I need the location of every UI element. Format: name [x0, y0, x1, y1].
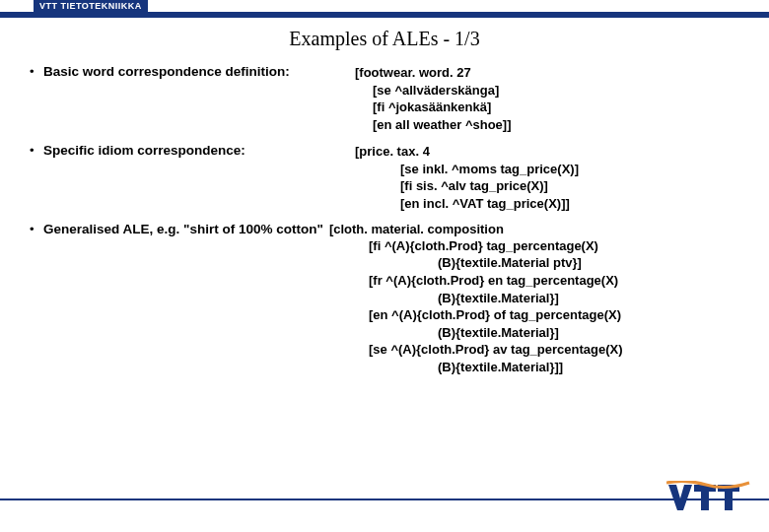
bullet-text: Specific idiom correspondence:	[43, 143, 245, 158]
content-area: • Basic word correspondence definition: …	[0, 64, 769, 375]
example-block-1: [footwear. word. 27 [se ^allväderskänga]…	[355, 64, 749, 133]
bullet-marker: •	[30, 222, 43, 236]
bullet-col: • Specific idiom correspondence:	[30, 143, 355, 158]
code-line: [se ^allväderskänga]	[355, 82, 749, 100]
vtt-logo	[666, 481, 751, 520]
code-line: [footwear. word. 27	[355, 64, 749, 82]
example-block-3: [fi ^(A){cloth.Prod} tag_percentage(X) (…	[30, 220, 749, 375]
code-line: (B){textile.Material}]	[369, 324, 749, 342]
row-generalised-ale: • Generalised ALE, e.g. "shirt of 100% c…	[30, 222, 749, 375]
footer-divider	[0, 499, 769, 500]
bullet-col: • Basic word correspondence definition:	[30, 64, 355, 79]
slide-title: Examples of ALEs - 1/3	[0, 28, 769, 50]
code-line: [cloth. material. composition	[329, 222, 504, 236]
code-line: [fi ^jokasäänkenkä]	[355, 99, 749, 116]
code-line: [se ^(A){cloth.Prod} av tag_percentage(X…	[369, 341, 749, 359]
bullet-col: • Generalised ALE, e.g. "shirt of 100% c…	[30, 222, 323, 236]
code-line: (B){textile.Material ptv}]	[369, 254, 749, 272]
bullet-text: Generalised ALE, e.g. "shirt of 100% cot…	[43, 222, 323, 236]
code-line: [en all weather ^shoe]]	[355, 116, 749, 134]
code-line: [en incl. ^VAT tag_price(X)]]	[355, 195, 749, 213]
code-line: (B){textile.Material}]	[369, 290, 749, 307]
top-bar: VTT TIETOTEKNIIKKA	[0, 0, 769, 18]
row-basic-word: • Basic word correspondence definition: …	[30, 64, 749, 133]
bullet-text: Basic word correspondence definition:	[43, 64, 290, 79]
row-specific-idiom: • Specific idiom correspondence: [price.…	[30, 143, 749, 212]
code-line: [fi ^(A){cloth.Prod} tag_percentage(X)	[369, 237, 749, 255]
code-line: [en ^(A){cloth.Prod} of tag_percentage(X…	[369, 306, 749, 324]
bullet-marker: •	[30, 143, 43, 158]
bullet-marker: •	[30, 64, 43, 79]
code-line: [fr ^(A){cloth.Prod} en tag_percentage(X…	[369, 272, 749, 290]
example-block-2: [price. tax. 4 [se inkl. ^moms tag_price…	[355, 143, 749, 212]
code-line: [se inkl. ^moms tag_price(X)]	[355, 161, 749, 178]
code-line: [price. tax. 4	[355, 143, 749, 161]
code-line: (B){textile.Material}]]	[369, 359, 749, 376]
org-label: VTT TIETOTEKNIIKKA	[34, 0, 148, 12]
code-line: [fi sis. ^alv tag_price(X)]	[355, 177, 749, 195]
